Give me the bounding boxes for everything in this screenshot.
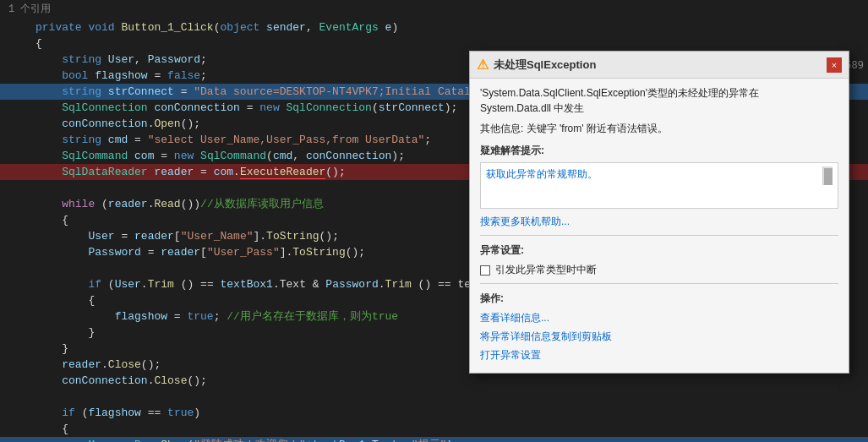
search-more-link[interactable]: 搜索更多联机帮助... — [480, 214, 838, 230]
op3-link[interactable]: 打开异常设置 — [480, 347, 838, 363]
checkbox-row: 引发此异常类型时中断 — [480, 262, 838, 278]
hint-section-title: 疑难解答提示: — [480, 143, 838, 159]
code-line: { — [0, 35, 868, 52]
exception-message: 'System.Data.SqlClient.SqlException'类型的未… — [480, 85, 838, 116]
code-line: if (flagshow == true) — [0, 405, 868, 421]
exception-dialog: ⚠ 未处理SqlException × 'System.Data.SqlClie… — [469, 51, 849, 374]
other-info: 其他信息: 关键字 'from' 附近有语法错误。 — [480, 121, 838, 136]
hint-box: 获取此异常的常规帮助。 — [480, 162, 838, 209]
dialog-title-text: 未处理SqlException — [494, 57, 596, 73]
op1-link[interactable]: 查看详细信息... — [480, 310, 838, 326]
exception-checkbox[interactable] — [480, 265, 490, 276]
code-line — [0, 389, 868, 405]
warning-icon: ⚠ — [477, 57, 489, 73]
code-line: { — [0, 421, 868, 437]
code-line: private void Button_1_Click(object sende… — [0, 19, 868, 35]
exception-line1: 'System.Data.SqlClient.SqlException'类型的未… — [480, 87, 759, 99]
checkbox-label: 引发此异常类型时中断 — [495, 262, 597, 278]
dialog-titlebar: ⚠ 未处理SqlException × — [470, 52, 849, 79]
hint-text[interactable]: 获取此异常的常规帮助。 — [486, 166, 598, 183]
dialog-close-button[interactable]: × — [827, 57, 842, 73]
divider2 — [480, 283, 838, 284]
hint-scrollbar[interactable] — [822, 166, 833, 185]
op2-link[interactable]: 将异常详细信息复制到剪贴板 — [480, 329, 838, 345]
divider — [480, 235, 838, 236]
code-editor: 1 个引用 private void Button_1_Click(object… — [0, 0, 868, 442]
operations-title: 操作: — [480, 291, 838, 307]
code-line: MessageBox.Show("登陆成功！欢迎您！"+textBox1.Tex… — [0, 437, 868, 442]
dialog-title-left: ⚠ 未处理SqlException — [477, 57, 596, 73]
code-line: conConnection.Close(); — [0, 373, 868, 389]
exception-settings-title: 异常设置: — [480, 243, 838, 259]
dialog-body: 'System.Data.SqlClient.SqlException'类型的未… — [470, 79, 849, 373]
scroll-thumb — [824, 168, 833, 185]
ref-line: 1 个引用 — [0, 0, 868, 19]
exception-line2: System.Data.dll 中发生 — [480, 102, 584, 114]
